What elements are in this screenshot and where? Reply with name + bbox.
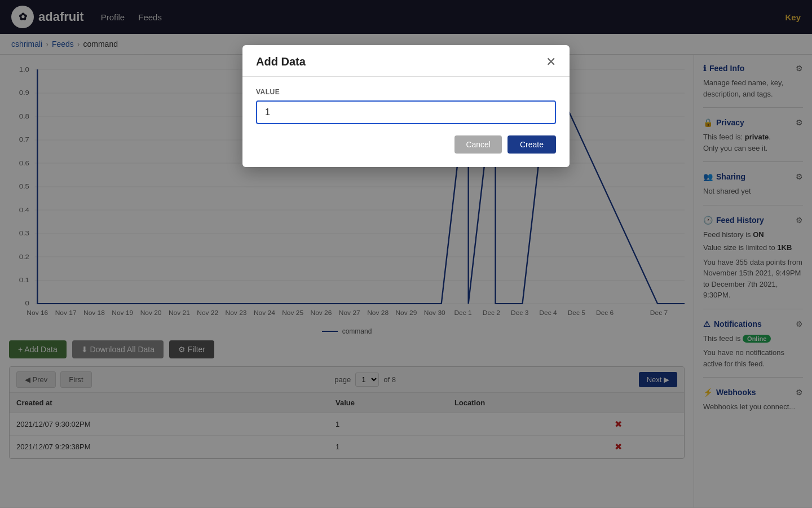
modal-overlay: Add Data ✕ VALUE Cancel Create [0, 0, 812, 507]
modal-body: VALUE Cancel Create [242, 77, 570, 167]
modal-title: Add Data [256, 55, 306, 68]
modal-header: Add Data ✕ [242, 45, 570, 77]
modal-value-label: VALUE [256, 88, 556, 96]
modal-actions: Cancel Create [256, 135, 556, 154]
modal-value-input[interactable] [256, 100, 556, 124]
modal-close-button[interactable]: ✕ [546, 56, 556, 68]
cancel-button[interactable]: Cancel [454, 135, 502, 154]
add-data-modal: Add Data ✕ VALUE Cancel Create [242, 45, 570, 167]
create-button[interactable]: Create [508, 135, 556, 154]
